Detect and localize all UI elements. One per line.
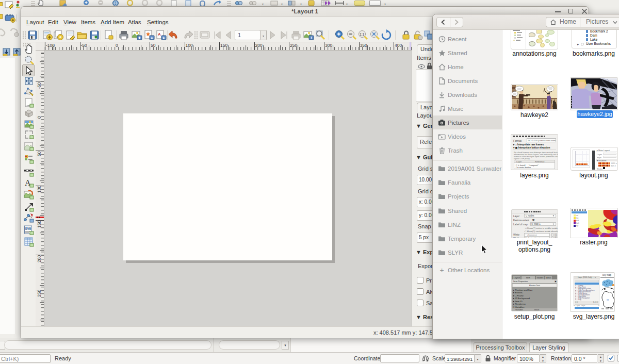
svg-text:1:1: 1:1 <box>360 32 364 36</box>
svg-text:SVG: SVG <box>25 227 31 231</box>
svg-text:A: A <box>158 32 161 37</box>
